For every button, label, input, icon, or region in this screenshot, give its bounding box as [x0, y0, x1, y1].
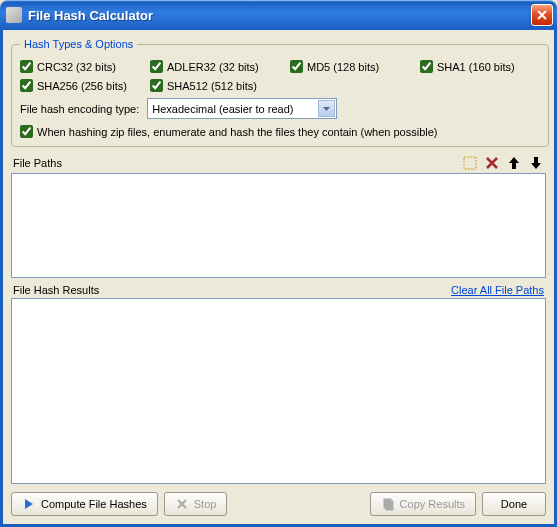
checkbox-crc32[interactable]: CRC32 (32 bits) — [20, 60, 150, 73]
arrow-down-icon — [528, 155, 544, 171]
copy-results-button[interactable]: Copy Results — [370, 492, 476, 516]
checkbox-zip-enumerate[interactable]: When hashing zip files, enumerate and ha… — [20, 125, 540, 138]
checkbox-sha1[interactable]: SHA1 (160 bits) — [420, 60, 540, 73]
move-down-button[interactable] — [528, 155, 544, 171]
done-button[interactable]: Done — [482, 492, 546, 516]
remove-icon — [484, 155, 500, 171]
encoding-label: File hash encoding type: — [20, 103, 139, 115]
checkbox-sha1-input[interactable] — [420, 60, 433, 73]
remove-file-button[interactable] — [484, 155, 500, 171]
checkbox-sha512[interactable]: SHA512 (512 bits) — [150, 79, 290, 92]
add-file-button[interactable] — [462, 155, 478, 171]
results-box[interactable] — [11, 298, 546, 484]
file-paths-header: File Paths — [11, 153, 546, 173]
close-button[interactable] — [531, 4, 553, 26]
checkbox-sha256[interactable]: SHA256 (256 bits) — [20, 79, 150, 92]
checkbox-md5-label: MD5 (128 bits) — [307, 61, 379, 73]
play-icon — [22, 497, 36, 511]
checkbox-md5-input[interactable] — [290, 60, 303, 73]
file-paths-toolbar — [462, 155, 544, 171]
compute-button-label: Compute File Hashes — [41, 498, 147, 510]
results-label: File Hash Results — [13, 284, 99, 296]
svg-rect-0 — [464, 157, 476, 169]
checkbox-md5[interactable]: MD5 (128 bits) — [290, 60, 420, 73]
checkbox-adler32-label: ADLER32 (32 bits) — [167, 61, 259, 73]
checkbox-adler32-input[interactable] — [150, 60, 163, 73]
close-icon — [537, 10, 547, 20]
checkbox-sha1-label: SHA1 (160 bits) — [437, 61, 515, 73]
compute-button[interactable]: Compute File Hashes — [11, 492, 158, 516]
title-bar: File Hash Calculator — [0, 0, 557, 30]
encoding-select-value: Hexadecimal (easier to read) — [152, 103, 293, 115]
checkbox-zip-enumerate-input[interactable] — [20, 125, 33, 138]
copy-icon — [381, 497, 395, 511]
done-button-label: Done — [501, 498, 527, 510]
checkbox-crc32-input[interactable] — [20, 60, 33, 73]
stop-button[interactable]: Stop — [164, 492, 228, 516]
checkbox-sha256-input[interactable] — [20, 79, 33, 92]
checkbox-sha512-input[interactable] — [150, 79, 163, 92]
hash-options-legend: Hash Types & Options — [20, 38, 137, 50]
file-paths-list[interactable] — [11, 173, 546, 278]
hash-options-group: Hash Types & Options CRC32 (32 bits) ADL… — [11, 38, 549, 147]
file-paths-label: File Paths — [13, 157, 62, 169]
content-area: Hash Types & Options CRC32 (32 bits) ADL… — [0, 30, 557, 527]
clear-all-link[interactable]: Clear All File Paths — [451, 284, 544, 296]
arrow-up-icon — [506, 155, 522, 171]
hash-row-1: CRC32 (32 bits) ADLER32 (32 bits) MD5 (1… — [20, 60, 540, 73]
dropdown-arrow-icon — [318, 100, 335, 117]
results-header: File Hash Results Clear All File Paths — [11, 278, 546, 298]
app-icon — [6, 7, 22, 23]
stop-button-label: Stop — [194, 498, 217, 510]
checkbox-sha256-label: SHA256 (256 bits) — [37, 80, 127, 92]
hash-row-2: SHA256 (256 bits) SHA512 (512 bits) — [20, 79, 540, 92]
add-file-icon — [462, 155, 478, 171]
checkbox-crc32-label: CRC32 (32 bits) — [37, 61, 116, 73]
copy-results-button-label: Copy Results — [400, 498, 465, 510]
encoding-select[interactable]: Hexadecimal (easier to read) — [147, 98, 337, 119]
checkbox-zip-enumerate-label: When hashing zip files, enumerate and ha… — [37, 126, 438, 138]
encoding-row: File hash encoding type: Hexadecimal (ea… — [20, 98, 540, 119]
checkbox-sha512-label: SHA512 (512 bits) — [167, 80, 257, 92]
stop-icon — [175, 497, 189, 511]
window-title: File Hash Calculator — [28, 8, 531, 23]
move-up-button[interactable] — [506, 155, 522, 171]
button-bar: Compute File Hashes Stop Copy Results Do… — [11, 484, 546, 516]
checkbox-adler32[interactable]: ADLER32 (32 bits) — [150, 60, 290, 73]
svg-rect-2 — [386, 501, 393, 510]
